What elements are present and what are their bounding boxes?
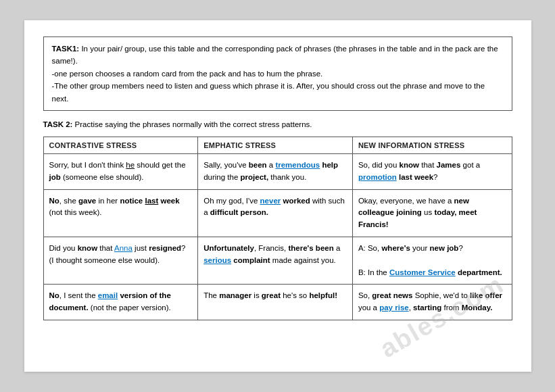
bold-joining: joining bbox=[396, 208, 422, 216]
bold-news: news bbox=[393, 291, 413, 299]
link-anna: Anna bbox=[114, 244, 132, 252]
bold-week1: week bbox=[414, 173, 433, 181]
header-contrastive: CONTRASTIVE STRESS bbox=[43, 137, 198, 153]
bold-james: James bbox=[437, 161, 461, 169]
bold-worked: worked bbox=[283, 197, 310, 205]
bold-project: project, bbox=[241, 173, 269, 181]
bold-person: person. bbox=[241, 208, 269, 216]
task1-label: TASK1: bbox=[52, 45, 80, 53]
row3-col3-a: A: So, where's your new job? bbox=[358, 243, 506, 255]
row3-col3-b: B: In the Customer Service department. bbox=[358, 267, 506, 279]
bold-offer: offer bbox=[485, 291, 503, 299]
bold-notice: notice bbox=[120, 197, 143, 205]
bold-manager: manager bbox=[219, 291, 251, 299]
bold-colleague: colleague bbox=[358, 208, 394, 216]
table-row: No, I sent the email version of the docu… bbox=[43, 285, 512, 320]
stress-table: CONTRASTIVE STRESS EMPHATIC STRESS NEW I… bbox=[43, 137, 512, 320]
link-never: never bbox=[260, 197, 281, 205]
page: TASK1: In your pair/ group, use this tab… bbox=[24, 20, 531, 372]
bold-difficult: difficult bbox=[210, 208, 239, 216]
row2-col3: Okay, everyone, we have a new colleague … bbox=[352, 189, 512, 237]
row3-col3: A: So, where's your new job? B: In the C… bbox=[352, 237, 512, 285]
row4-col2: The manager is great he's so helpful! bbox=[198, 285, 353, 320]
bold-been1: been bbox=[249, 161, 267, 169]
task2-label: TASK 2: bbox=[43, 120, 73, 128]
header-new-information: NEW INFORMATION STRESS bbox=[352, 137, 512, 153]
bold-starting: starting bbox=[413, 303, 441, 312]
task1-box: TASK1: In your pair/ group, use this tab… bbox=[43, 36, 512, 111]
bold-week2: week bbox=[160, 197, 179, 205]
link-promotion: promotion bbox=[358, 173, 397, 181]
row1-col2: Sally, you've been a tremendous help dur… bbox=[198, 153, 353, 189]
link-customer-service: Customer Service bbox=[389, 268, 456, 276]
bold-no2: No bbox=[49, 291, 59, 299]
bold-know2: know bbox=[78, 244, 97, 252]
bold-theres: there's been bbox=[288, 244, 333, 252]
link-tremendous: tremendous bbox=[275, 161, 320, 169]
bold-no1: No bbox=[49, 197, 59, 205]
row3-col1: Did you know that Anna just resigned? (I… bbox=[43, 237, 198, 285]
table-row: No, she gave in her notice last week (no… bbox=[43, 189, 512, 237]
bold-complaint: complaint bbox=[233, 256, 270, 264]
task2-text: Practise saying the phrases normally wit… bbox=[72, 120, 312, 128]
task1-line1-text: In your pair/ group, use this table and … bbox=[52, 45, 498, 65]
link-serious: serious bbox=[203, 256, 231, 264]
row4-col1: No, I sent the email version of the docu… bbox=[43, 285, 198, 320]
bold-like: like bbox=[470, 291, 483, 299]
bold-job: job bbox=[49, 173, 61, 181]
bold-new2: new bbox=[430, 244, 445, 252]
header-emphatic: EMPHATIC STRESS bbox=[198, 137, 353, 153]
link-pay-rise: pay rise bbox=[379, 303, 408, 312]
row4-col3: So, great news Sophie, we'd to like offe… bbox=[352, 285, 512, 320]
task1-line1: TASK1: In your pair/ group, use this tab… bbox=[52, 43, 504, 68]
bold-new1: new bbox=[454, 197, 469, 205]
bold-today: today, bbox=[434, 208, 456, 216]
bold-great: great bbox=[262, 291, 281, 299]
bold-gave: gave bbox=[78, 197, 96, 205]
row2-col1: No, she gave in her notice last week (no… bbox=[43, 189, 198, 237]
bold-unfortunately: Unfortunately bbox=[203, 244, 254, 252]
bold-help: help bbox=[322, 161, 338, 169]
bold-resigned: resigned bbox=[149, 244, 181, 252]
underline-last: last bbox=[145, 197, 158, 205]
row2-col2: Oh my god, I've never worked with such a… bbox=[198, 189, 353, 237]
bold-meet: meet bbox=[459, 208, 477, 216]
bold-monday: Monday. bbox=[462, 303, 493, 312]
bold-know1: know bbox=[400, 161, 419, 169]
bold-department: department. bbox=[458, 268, 502, 276]
task1-line2: -one person chooses a random card from t… bbox=[52, 68, 504, 80]
task2-line: TASK 2: Practise saying the phrases norm… bbox=[43, 120, 512, 128]
row1-col1: Sorry, but I don't think he should get t… bbox=[43, 153, 198, 189]
bold-helpful: helpful! bbox=[309, 291, 337, 299]
table-row: Did you know that Anna just resigned? (I… bbox=[43, 237, 512, 285]
bold-great-news: great bbox=[372, 291, 391, 299]
bold-job2: job bbox=[447, 244, 458, 252]
underline-he: he bbox=[126, 161, 135, 169]
bold-francis: Francis! bbox=[358, 220, 389, 228]
bold-wheres: where's bbox=[381, 244, 410, 252]
table-row: Sorry, but I don't think he should get t… bbox=[43, 153, 512, 189]
row3-col2: Unfortunately, Francis, there's been a s… bbox=[198, 237, 353, 285]
row1-col3: So, did you know that James got a promot… bbox=[352, 153, 512, 189]
link-email: email bbox=[98, 291, 118, 299]
task1-line3: -The other group members need to listen … bbox=[52, 80, 504, 105]
bold-last1: last bbox=[399, 173, 412, 181]
